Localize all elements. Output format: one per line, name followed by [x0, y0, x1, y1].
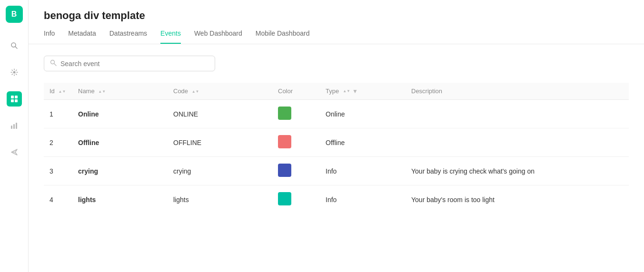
search-icon: [50, 59, 57, 68]
app-logo[interactable]: B: [6, 6, 23, 23]
sort-type-icon[interactable]: ▲▼: [343, 89, 350, 93]
cell-color: [272, 157, 320, 185]
tab-mobile-dashboard[interactable]: Mobile Dashboard: [256, 29, 310, 44]
table-row: 1 Online ONLINE Online: [44, 100, 629, 128]
cell-description: Your baby's room is too light: [406, 185, 629, 214]
cell-id: 4: [44, 185, 72, 214]
cell-id: 3: [44, 157, 72, 185]
cell-type: Offline: [320, 128, 406, 157]
cell-color: [272, 185, 320, 214]
cell-description: [406, 128, 629, 157]
svg-rect-3: [15, 96, 18, 98]
svg-point-9: [51, 60, 55, 64]
cell-name: Online: [72, 100, 168, 128]
col-header-description: Description: [406, 83, 629, 100]
cell-type: Info: [320, 157, 406, 185]
color-swatch: [278, 135, 291, 148]
page-title: benoga div template: [44, 10, 629, 22]
cell-code: ONLINE: [168, 100, 272, 128]
table-row: 4 lights lights Info Your baby's room is…: [44, 185, 629, 214]
cell-color: [272, 128, 320, 157]
sparkle-icon[interactable]: [7, 65, 22, 80]
svg-rect-7: [13, 124, 15, 129]
col-header-id: Id ▲▼: [44, 83, 72, 100]
sidebar: B: [0, 0, 29, 272]
cell-code: OFFLINE: [168, 128, 272, 157]
cell-color: [272, 100, 320, 128]
table-header-row: Id ▲▼ Name ▲▼ Code ▲▼ Color: [44, 83, 629, 100]
svg-rect-5: [15, 99, 18, 102]
cell-description: [406, 100, 629, 128]
svg-rect-4: [11, 99, 14, 102]
cell-name: crying: [72, 157, 168, 185]
cell-code: crying: [168, 157, 272, 185]
header: benoga div template Info Metadata Datast…: [29, 0, 644, 44]
cell-code: lights: [168, 185, 272, 214]
sort-code-icon[interactable]: ▲▼: [192, 90, 199, 94]
cell-type: Info: [320, 185, 406, 214]
cell-name: Offline: [72, 128, 168, 157]
svg-rect-8: [16, 123, 17, 129]
sort-id-icon[interactable]: ▲▼: [58, 90, 66, 94]
table-row: 2 Offline OFFLINE Offline: [44, 128, 629, 157]
tab-datastreams[interactable]: Datastreams: [109, 29, 147, 44]
col-header-type: Type ▲▼ ▼: [320, 83, 406, 100]
events-table: Id ▲▼ Name ▲▼ Code ▲▼ Color: [44, 83, 629, 214]
events-content: Id ▲▼ Name ▲▼ Code ▲▼ Color: [29, 44, 644, 272]
col-header-name: Name ▲▼: [72, 83, 168, 100]
table-row: 3 crying crying Info Your baby is crying…: [44, 157, 629, 185]
send-icon[interactable]: [7, 145, 22, 160]
col-header-color: Color: [272, 83, 320, 100]
col-header-code: Code ▲▼: [168, 83, 272, 100]
chart-icon[interactable]: [7, 118, 22, 133]
tab-metadata[interactable]: Metadata: [68, 29, 96, 44]
filter-type-icon[interactable]: ▼: [352, 88, 358, 95]
cell-type: Online: [320, 100, 406, 128]
main-content: benoga div template Info Metadata Datast…: [29, 0, 644, 272]
svg-rect-6: [11, 126, 12, 129]
svg-point-1: [13, 71, 15, 74]
color-swatch: [278, 164, 291, 177]
cell-name: lights: [72, 185, 168, 214]
tab-info[interactable]: Info: [44, 29, 55, 44]
cell-id: 1: [44, 100, 72, 128]
search-icon[interactable]: [7, 38, 22, 53]
cell-id: 2: [44, 128, 72, 157]
search-input[interactable]: [60, 60, 209, 68]
color-swatch: [278, 192, 291, 205]
color-swatch: [278, 107, 291, 120]
cell-description: Your baby is crying check what's going o…: [406, 157, 629, 185]
apps-icon[interactable]: [7, 91, 22, 107]
search-container: [44, 56, 215, 71]
sort-name-icon[interactable]: ▲▼: [98, 90, 106, 94]
tab-bar: Info Metadata Datastreams Events Web Das…: [44, 29, 629, 44]
tab-web-dashboard[interactable]: Web Dashboard: [194, 29, 242, 44]
tab-events[interactable]: Events: [160, 29, 181, 44]
svg-rect-2: [11, 96, 14, 98]
